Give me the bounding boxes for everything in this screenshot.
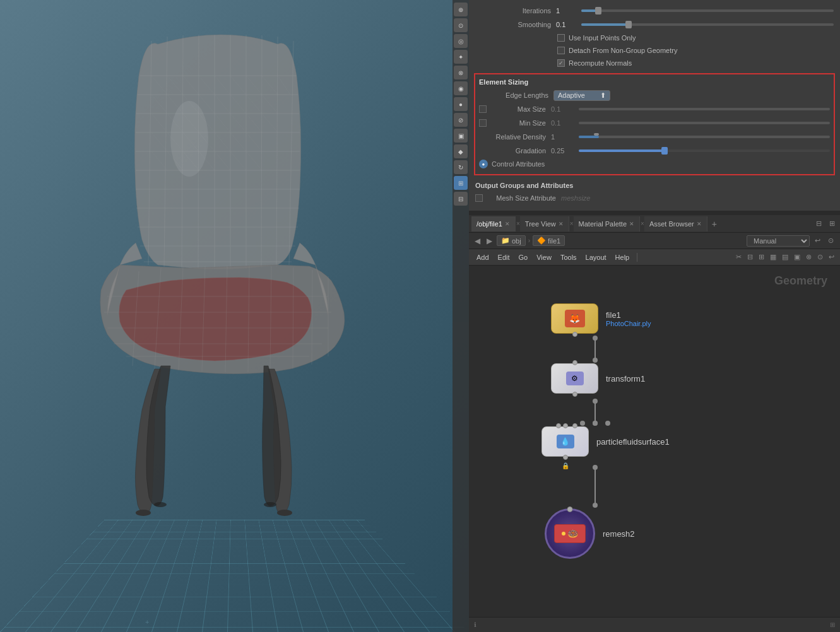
gradation-slider[interactable]: [579, 149, 830, 152]
svg-point-84: [593, 358, 598, 363]
recompute-label: Recompute Normals: [569, 59, 632, 67]
file1-label: file1: [606, 310, 651, 320]
file1-labels: file1 PhotoChair.ply: [606, 310, 651, 327]
node-transform1[interactable]: ⚙ transform1: [551, 363, 645, 394]
edge-lengths-label: Edge Lengths: [479, 91, 548, 99]
back-button[interactable]: ◀: [473, 236, 482, 246]
tool-btn-camera[interactable]: ▣: [454, 129, 468, 143]
output-groups-title: Output Groups and Attributes: [475, 182, 834, 189]
obj-path-button[interactable]: 📁 obj: [497, 235, 526, 246]
max-size-value: 0.1: [551, 105, 576, 113]
node-canvas[interactable]: Geometry: [469, 266, 840, 617]
smoothing-label: Smoothing: [475, 21, 551, 28]
tab-close-3[interactable]: ✕: [697, 221, 702, 227]
tool-btn-8[interactable]: ⊘: [454, 113, 468, 127]
tool-btn-1[interactable]: ⊕: [454, 3, 468, 16]
menu-icon-7[interactable]: ⊗: [804, 252, 813, 262]
menu-icon-3[interactable]: ⊞: [757, 252, 766, 262]
recompute-checkbox[interactable]: ✓: [557, 59, 565, 67]
viewport-3d[interactable]: ⊕ ⊙ ◎ ✦ ⊗ ◉ ● ⊘ ▣ ◆ ↻ ⊞ ⊟ +: [0, 0, 469, 632]
viewport-toolbar: ⊕ ⊙ ◎ ✦ ⊗ ◉ ● ⊘ ▣ ◆ ↻ ⊞ ⊟: [453, 0, 469, 632]
menu-tools[interactable]: Tools: [557, 252, 581, 262]
tool-btn-5[interactable]: ⊗: [454, 66, 468, 79]
menu-view[interactable]: View: [533, 252, 555, 262]
menu-icons: ✂ ⊟ ⊞ ▦ ▤ ▣ ⊗ ⊙ ↩: [734, 252, 836, 262]
min-size-checkbox[interactable]: [479, 119, 487, 127]
svg-point-86: [593, 421, 598, 426]
mesh-size-checkbox[interactable]: [475, 194, 483, 202]
smoothing-slider[interactable]: [581, 23, 834, 26]
bottom-grid-icon[interactable]: ⊞: [830, 621, 835, 628]
path-bar-icon-2[interactable]: ⊙: [825, 235, 836, 246]
tool-btn-6[interactable]: ◉: [454, 81, 468, 95]
tool-btn-active[interactable]: ⊞: [454, 176, 468, 190]
relative-density-slider[interactable]: [579, 136, 830, 138]
gradation-row: Gradation 0.25: [479, 144, 830, 158]
menu-help[interactable]: Help: [612, 252, 634, 262]
path-bar: ◀ ▶ 📁 obj › 🔶 file1 Manual ↩ ⊙: [469, 233, 840, 249]
use-input-points-row: Use Input Points Only: [469, 32, 840, 44]
menu-icon-9[interactable]: ↩: [827, 252, 836, 262]
menu-icon-6[interactable]: ▣: [792, 252, 802, 262]
mesh-size-placeholder: meshsize: [561, 194, 590, 202]
node-particlefluidsurface1[interactable]: 💧 🔒 particlefluidsurface1: [541, 426, 670, 457]
node-remesh2[interactable]: 🍩 remesh2: [545, 508, 635, 559]
path-dropdown[interactable]: Manual: [747, 235, 810, 247]
bottom-info-icon[interactable]: ℹ: [474, 621, 476, 628]
tool-btn-3[interactable]: ◎: [454, 34, 468, 48]
menu-go[interactable]: Go: [515, 252, 532, 262]
tool-btn-transform[interactable]: ◆: [454, 144, 468, 158]
tool-btn-4[interactable]: ✦: [454, 50, 468, 64]
min-size-row: Min Size 0.1: [479, 116, 830, 130]
viewport-grid: [0, 520, 469, 632]
iterations-value: 1: [556, 7, 581, 15]
forward-button[interactable]: ▶: [485, 236, 494, 246]
menu-layout[interactable]: Layout: [582, 252, 610, 262]
menu-icon-8[interactable]: ⊙: [815, 252, 825, 262]
node-file1[interactable]: 🦊 file1 PhotoChair.ply: [551, 303, 651, 334]
iterations-slider[interactable]: [581, 9, 834, 12]
tab-close-1[interactable]: ✕: [559, 221, 564, 227]
menu-icon-1[interactable]: ✂: [734, 252, 743, 262]
menu-add[interactable]: Add: [473, 252, 493, 262]
menu-icon-2[interactable]: ⊟: [745, 252, 755, 262]
tab-obj-file1[interactable]: /obj/file1 ✕: [471, 216, 516, 231]
menu-edit[interactable]: Edit: [494, 252, 514, 262]
svg-point-83: [593, 336, 598, 341]
max-size-checkbox[interactable]: [479, 105, 487, 113]
menu-icon-4[interactable]: ▦: [768, 252, 778, 262]
viewport-indicator: +: [145, 618, 149, 626]
svg-point-75: [136, 510, 151, 516]
min-size-value: 0.1: [551, 119, 576, 127]
element-sizing-box: Element Sizing Edge Lengths Adaptive ⬆ M…: [474, 73, 835, 175]
path-bar-icon-1[interactable]: ↩: [812, 235, 823, 246]
tab-bar-icon-2[interactable]: ⊞: [827, 218, 837, 229]
tool-btn-bottom[interactable]: ⊟: [454, 192, 468, 206]
tab-bar-icon-1[interactable]: ⊟: [813, 218, 824, 229]
max-size-slider[interactable]: [579, 108, 830, 110]
tab-add-button[interactable]: +: [708, 219, 721, 229]
max-size-label: Max Size: [489, 105, 546, 113]
remesh-dot: [562, 532, 565, 535]
gradation-value: 0.25: [551, 147, 576, 155]
tool-btn-rotate[interactable]: ↻: [454, 160, 468, 174]
tab-asset-browser[interactable]: Asset Browser ✕: [644, 216, 707, 231]
tab-material-palette[interactable]: Material Palette ✕: [574, 216, 640, 231]
file1-path-button[interactable]: 🔶 file1: [533, 235, 565, 246]
use-input-points-label: Use Input Points Only: [569, 34, 636, 42]
tab-close-2[interactable]: ✕: [629, 221, 634, 227]
svg-point-90: [593, 421, 598, 426]
svg-point-89: [580, 421, 585, 426]
menu-icon-5[interactable]: ▤: [780, 252, 790, 262]
tab-tree-view[interactable]: Tree View ✕: [520, 216, 569, 231]
tool-btn-7[interactable]: ●: [454, 97, 468, 111]
use-input-points-checkbox[interactable]: [557, 34, 565, 42]
tab-close-0[interactable]: ✕: [505, 221, 510, 227]
remesh2-box[interactable]: 🍩: [545, 508, 595, 559]
tool-btn-2[interactable]: ⊙: [454, 18, 468, 32]
edge-lengths-dropdown[interactable]: Adaptive ⬆: [553, 90, 610, 101]
iterations-row: Iterations 1: [469, 4, 840, 18]
fluid-label: particlefluidsurface1: [596, 437, 670, 447]
detach-checkbox[interactable]: [557, 47, 565, 54]
min-size-slider[interactable]: [579, 122, 830, 124]
